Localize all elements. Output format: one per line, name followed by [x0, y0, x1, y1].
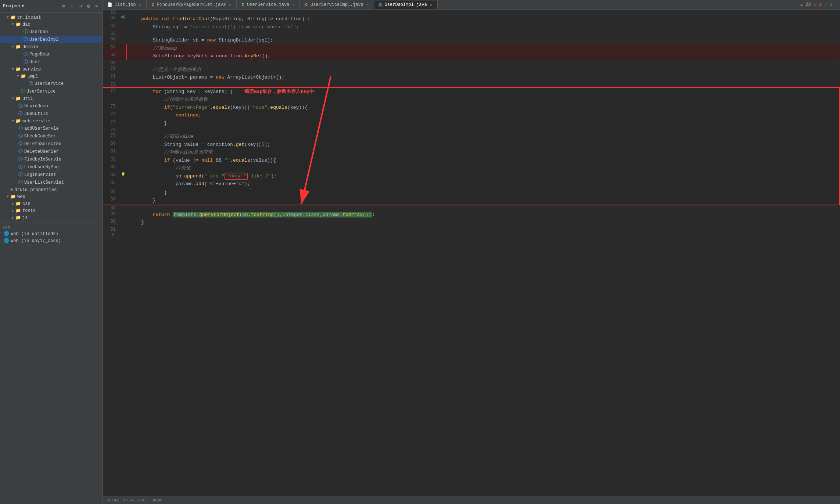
tree-item-user[interactable]: Ⓒ User	[0, 58, 103, 66]
code-line-63: 63 ●@ public int findTotalCout(Map<Strin…	[103, 15, 840, 23]
line-code: if("currentPage".equals(key)||"rows".equ…	[127, 104, 840, 112]
tree-item-service[interactable]: ▼ 📁 service	[0, 66, 103, 73]
add-icon[interactable]: ⊕	[61, 2, 67, 10]
line-number: 82	[103, 156, 119, 165]
layout-icon[interactable]: ≡	[69, 3, 75, 10]
tree-item-druid-properties[interactable]: ⚙ druid.properties	[0, 186, 103, 193]
tab-finduserbypageservlet[interactable]: C FindUserByPageServlet.java ✕	[147, 0, 237, 9]
tree-item-web-untitled2[interactable]: 🌐 Web (in untitled2)	[0, 230, 103, 237]
folder-icon: 📁	[10, 194, 16, 199]
tab-close-icon[interactable]: ✕	[228, 3, 231, 7]
interface-icon: Ⓘ	[24, 29, 28, 35]
tree-item-domain[interactable]: ▼ 📁 domain	[0, 43, 103, 50]
collapse-icon[interactable]: ⊟	[77, 2, 83, 10]
line-gutter	[119, 119, 127, 127]
code-line-80: 80 String value = condition.get(key)[0];	[103, 141, 840, 149]
tree-item-adduserservlet[interactable]: Ⓒ addUserServle	[0, 125, 103, 132]
tree-item-fonts[interactable]: ▶ 📁 fonts	[0, 207, 103, 214]
line-code: //有值	[127, 164, 840, 172]
tree-item-userserviceimpl[interactable]: Ⓒ UserService	[0, 80, 103, 87]
tab-list-jsp[interactable]: 📄 list.jsp ✕	[103, 0, 147, 9]
folder-icon: 📁	[21, 73, 26, 79]
tree-item-deleteselectservlet[interactable]: Ⓒ DeleteSelectSe	[0, 140, 103, 148]
tree-item-cn-itcast[interactable]: ▼ 📁 cn.itcast	[0, 14, 103, 21]
sidebar-header: Project▼ ⊕ ≡ ⊟ ⚙ ✕	[0, 0, 103, 12]
class-icon: Ⓒ	[18, 103, 23, 109]
line-code: params.add("%"+value+"%");	[127, 180, 840, 189]
folder-icon: 📁	[15, 22, 21, 27]
tree-item-util[interactable]: ▼ 📁 util	[0, 95, 103, 102]
line-number: 79	[103, 133, 119, 141]
class-icon: Ⓒ	[24, 36, 28, 43]
line-number: 72	[103, 82, 119, 87]
line-gutter	[119, 87, 127, 96]
tree-item-web[interactable]: ▼ 📁 web	[0, 193, 103, 200]
line-code: }	[127, 219, 840, 227]
line-number: 83	[103, 164, 119, 172]
tree-item-userdao[interactable]: Ⓘ UserDao	[0, 28, 103, 36]
web-icon: 🌐	[4, 231, 9, 237]
line-code: //排除分页条件参数	[127, 96, 840, 104]
code-editor[interactable]: 62 63 ●@ public int findTotalCout(Map<St…	[103, 10, 840, 496]
tab-close-icon[interactable]: ✕	[366, 3, 369, 7]
tab-userserviceimpl[interactable]: C UserServiceImpl.java ✕	[300, 0, 374, 9]
tree-item-checkcodeservlet[interactable]: Ⓒ CheckCodeSer	[0, 132, 103, 140]
code-line-85: 85 params.add("%"+value+"%");	[103, 180, 840, 189]
tree-item-findbyidservlet[interactable]: Ⓒ FindbyIdServle	[0, 155, 103, 163]
code-line-62: 62	[103, 10, 840, 15]
tab-close-icon[interactable]: ✕	[291, 3, 295, 7]
tree-item-loginservlet[interactable]: Ⓒ LoginServlet	[0, 171, 103, 179]
tree-label: UserDao	[29, 29, 48, 35]
tab-close-icon[interactable]: ✕	[429, 3, 433, 7]
tree-item-finduserbypageservlet[interactable]: Ⓒ FindUserByPag	[0, 163, 103, 171]
status-text: 85:42	[107, 498, 119, 503]
file-tree: ▼ 📁 cn.itcast ▼ 📁 dao Ⓘ UserDao Ⓒ UserDa…	[0, 12, 103, 246]
project-title[interactable]: Project▼	[3, 4, 58, 9]
tree-item-dao[interactable]: ▼ 📁 dao	[0, 21, 103, 28]
tab-bar: 📄 list.jsp ✕ C FindUserByPageServlet.jav…	[103, 0, 840, 10]
line-number: 87	[103, 197, 119, 205]
tree-item-jdbcutils[interactable]: Ⓒ JDBCUtils	[0, 110, 103, 118]
tree-item-js[interactable]: ▶ 📁 js	[0, 214, 103, 221]
settings-icon[interactable]: ⚙	[85, 2, 91, 10]
tree-item-impl[interactable]: ▼ 📁 impl	[0, 73, 103, 80]
tree-label: Web (in day17_case)	[11, 238, 61, 244]
line-code: //定义一个参数的集合	[127, 66, 840, 74]
tree-item-web-day17[interactable]: 🌐 Web (in day17_case)	[0, 237, 103, 244]
line-gutter	[119, 227, 127, 232]
tree-label: LoginServlet	[24, 172, 56, 177]
tree-item-deleteuserservlet[interactable]: Ⓒ DeleteUserSer	[0, 148, 103, 155]
code-line-66: 66 StringBuilder sb = new StringBuilder(…	[103, 36, 840, 44]
tree-label: FindUserByPag	[24, 165, 59, 170]
line-number: 91	[103, 227, 119, 232]
tab-userservice[interactable]: I UserService.java ✕	[237, 0, 300, 9]
tree-label: fonts	[22, 208, 36, 213]
class-icon: Ⓒ	[18, 141, 23, 147]
line-code	[127, 205, 840, 211]
tree-item-userdaoimpl[interactable]: Ⓒ UserDaoImpl	[0, 36, 103, 43]
code-line-77: 77 }	[103, 119, 840, 127]
tree-item-webservlet[interactable]: ▼ 📁 web.servlet	[0, 118, 103, 125]
line-code	[127, 60, 840, 66]
code-line-76: 76 continue;	[103, 111, 840, 119]
line-number	[103, 96, 119, 104]
jsp-icon: 📄	[107, 2, 112, 7]
line-gutter	[119, 96, 127, 104]
tree-item-userlistservlet[interactable]: Ⓒ UserListServlet	[0, 179, 103, 186]
tab-userdaoimpl[interactable]: C UserDaoImpl.java ✕	[374, 0, 438, 9]
close-icon[interactable]: ✕	[94, 2, 100, 10]
interface-icon: I	[241, 3, 245, 7]
tree-item-druiddemo[interactable]: Ⓒ DruidDemo	[0, 102, 103, 110]
code-line-67: 67 //遍历map	[103, 44, 840, 53]
tree-item-pagebean[interactable]: Ⓒ PageBean	[0, 50, 103, 58]
line-number: 76	[103, 111, 119, 119]
line-code	[127, 227, 840, 232]
line-gutter	[119, 82, 127, 87]
line-number: 86	[103, 189, 119, 197]
tab-close-icon[interactable]: ✕	[138, 3, 142, 7]
line-gutter	[119, 205, 127, 211]
tree-item-css[interactable]: ▶ 📁 css	[0, 200, 103, 207]
tree-item-userservice[interactable]: Ⓘ UserService	[0, 87, 103, 95]
sidebar: Project▼ ⊕ ≡ ⊟ ⚙ ✕ ▼ 📁 cn.itcast ▼ 📁 dao…	[0, 0, 103, 504]
code-line-87: 87 }	[103, 197, 840, 205]
